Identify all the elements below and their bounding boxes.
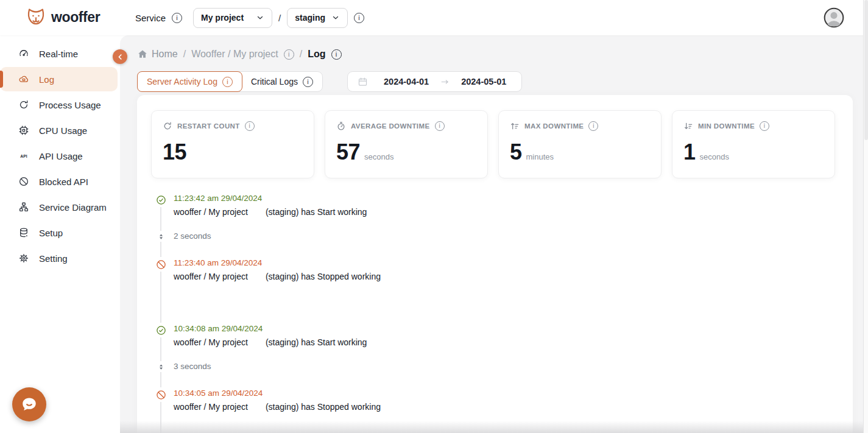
sidebar-item-label: API Usage: [39, 151, 83, 161]
gauge-icon: [18, 48, 29, 59]
sidebar-collapse-button[interactable]: [113, 49, 127, 64]
stop-slash-icon: [155, 387, 166, 402]
breadcrumb-separator: /: [300, 49, 302, 60]
sidebar-item-cpu-usage[interactable]: CPU Usage: [0, 118, 118, 143]
stat-label: MAX DOWNTIME: [524, 122, 584, 130]
stat-info-icon[interactable]: [588, 121, 598, 131]
tab-critical-logs[interactable]: Critical Logs: [242, 72, 322, 91]
log-panel: RESTART COUNT 15 AVERAGE DOWNTIME: [137, 95, 853, 433]
cpu-chip-icon: [18, 125, 29, 136]
log-timestamp: 11:23:40 am 29/04/2024: [174, 258, 262, 267]
chevron-down-icon: [256, 13, 264, 22]
date-range-start[interactable]: 2024-04-01: [384, 77, 429, 86]
log-timestamp: 10:34:05 am 29/04/2024: [174, 389, 263, 398]
stat-card-average-downtime: AVERAGE DOWNTIME 57 seconds: [325, 110, 488, 178]
user-avatar[interactable]: [823, 7, 845, 29]
calendar-icon: [358, 77, 368, 87]
sort-up-icon: [510, 121, 520, 131]
log-cloud-icon: [18, 74, 29, 85]
sidebar-item-blocked-api[interactable]: Blocked API: [0, 169, 118, 194]
breadcrumb-trail-info-icon[interactable]: [284, 49, 294, 60]
chevron-left-icon: [116, 53, 124, 61]
start-check-icon: [155, 323, 166, 337]
environment-dropdown[interactable]: staging: [287, 8, 348, 28]
diagram-icon: [18, 202, 29, 213]
breadcrumb-trail[interactable]: Wooffer / My project: [191, 49, 278, 60]
sidebar-item-setting[interactable]: Setting: [0, 246, 118, 270]
tab-info-icon[interactable]: [303, 77, 313, 87]
breadcrumb-current: Log: [308, 49, 325, 60]
breadcrumb: Home / Wooffer / My project / Log: [137, 49, 342, 60]
bottom-scroll-fade: [120, 421, 863, 433]
sidebar-item-process-usage[interactable]: Process Usage: [0, 93, 118, 117]
sidebar-item-label: CPU Usage: [39, 125, 87, 136]
scrollbar-thumb[interactable]: [864, 0, 868, 140]
env-separator: /: [278, 13, 281, 23]
sidebar-item-real-time[interactable]: Real-time: [0, 41, 118, 66]
chat-widget-button[interactable]: [12, 387, 46, 421]
log-service-name: wooffer / My project: [174, 207, 263, 217]
sidebar-nav: Real-time Log Process Usage CPU Usage AP…: [0, 35, 120, 433]
log-message-text: (staging) has Stopped working: [266, 402, 381, 412]
stat-value: 5: [510, 139, 522, 165]
log-tab-group: Server Activity Log Critical Logs: [137, 71, 323, 92]
process-refresh-icon: [18, 99, 29, 110]
stat-value: 57: [336, 139, 360, 165]
service-selector-group: Service My project / staging: [135, 0, 364, 35]
stat-info-icon[interactable]: [435, 121, 445, 131]
sidebar-item-label: Process Usage: [39, 100, 101, 110]
svg-text:API: API: [20, 154, 27, 158]
start-check-icon: [155, 192, 166, 207]
gap-duration: 3 seconds: [174, 362, 211, 371]
sidebar-item-label: Service Diagram: [39, 202, 107, 213]
breadcrumb-home-label: Home: [152, 49, 178, 60]
blocked-circle-icon: [18, 176, 29, 187]
sidebar-item-api-usage[interactable]: API API Usage: [0, 144, 118, 168]
project-dropdown[interactable]: My project: [193, 8, 272, 28]
breadcrumb-home[interactable]: Home: [137, 49, 178, 60]
stat-label: MIN DOWNTIME: [698, 122, 755, 130]
sidebar-item-label: Blocked API: [39, 177, 88, 187]
sidebar-item-label: Log: [39, 74, 54, 85]
app-header: wooffer Service My project / staging: [0, 0, 868, 35]
log-service-name: wooffer / My project: [174, 337, 263, 347]
api-icon: API: [18, 150, 29, 161]
log-message-text: (staging) has Start working: [266, 207, 367, 217]
sidebar-item-service-diagram[interactable]: Service Diagram: [0, 195, 118, 219]
duration-sort-icon: [155, 361, 166, 372]
chat-bubble-icon: [20, 395, 38, 414]
date-range-picker[interactable]: 2024-04-01 2024-05-01: [347, 71, 522, 92]
stat-unit: minutes: [526, 152, 554, 161]
service-info-icon[interactable]: [172, 13, 182, 23]
stat-unit: seconds: [364, 152, 393, 161]
stat-info-icon[interactable]: [245, 121, 255, 131]
stat-value: 1: [683, 139, 696, 165]
stat-info-icon[interactable]: [760, 121, 769, 131]
tab-label: Critical Logs: [251, 77, 298, 86]
wooffer-dog-icon: [26, 7, 46, 27]
arrow-right-icon: [440, 77, 450, 87]
home-icon: [137, 49, 148, 60]
log-message-text: (staging) has Stopped working: [266, 272, 381, 281]
active-indicator-bar: [0, 71, 3, 88]
tab-info-icon[interactable]: [222, 77, 233, 87]
database-icon: [18, 227, 29, 238]
environment-info-icon[interactable]: [354, 13, 364, 23]
brand-name: wooffer: [51, 9, 100, 26]
tab-server-activity-log[interactable]: Server Activity Log: [137, 71, 242, 92]
environment-dropdown-value: staging: [295, 13, 325, 23]
breadcrumb-current-info-icon[interactable]: [331, 49, 342, 60]
log-service-name: wooffer / My project: [174, 272, 263, 281]
page-scrollbar: [863, 0, 868, 433]
sidebar-item-setup[interactable]: Setup: [0, 220, 118, 245]
brand-logo[interactable]: wooffer: [26, 7, 100, 27]
sidebar-item-label: Setup: [39, 228, 63, 238]
chevron-down-icon: [331, 13, 340, 22]
breadcrumb-separator: /: [183, 49, 186, 60]
date-range-end[interactable]: 2024-05-01: [461, 77, 506, 86]
log-timestamp: 11:23:42 am 29/04/2024: [174, 194, 262, 203]
gap-duration: 2 seconds: [174, 231, 211, 241]
sidebar-item-log[interactable]: Log: [0, 67, 118, 91]
service-label: Service: [135, 13, 166, 23]
log-timestamp: 10:34:08 am 29/04/2024: [174, 324, 263, 333]
